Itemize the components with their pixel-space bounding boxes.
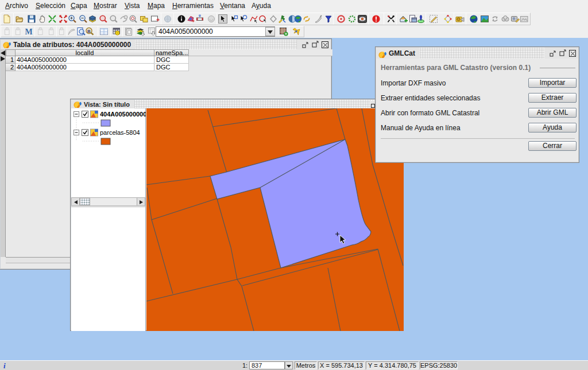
svg-text:B: B bbox=[87, 29, 91, 34]
svg-text:M: M bbox=[25, 28, 32, 36]
